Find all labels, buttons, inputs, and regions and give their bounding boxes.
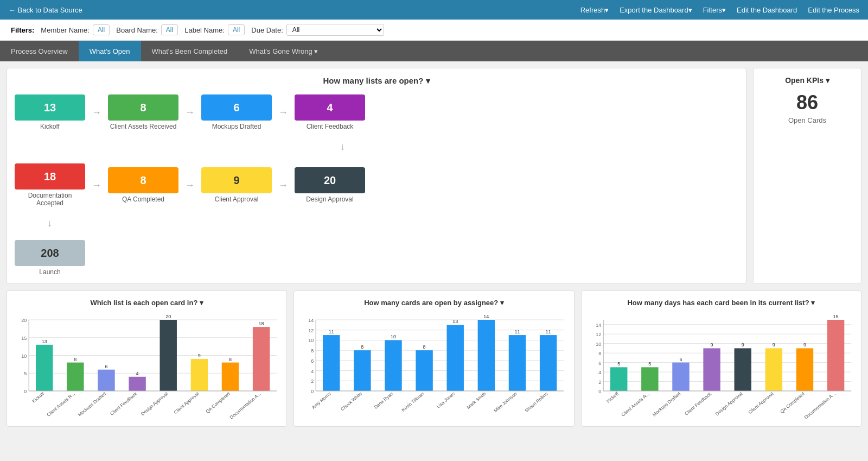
kpi-panel: Open KPIs ▾ 86 Open Cards xyxy=(753,68,861,284)
process-title: How many lists are open? ▾ xyxy=(15,76,738,86)
arrow-2: → xyxy=(185,99,195,125)
kpi-title: Open KPIs ▾ xyxy=(761,76,853,85)
chart-title-1: Which list is each open card in? ▾ xyxy=(12,299,281,307)
process-box-mockups[interactable]: 6 xyxy=(201,94,272,121)
edit-dashboard-button[interactable]: Edit the Dashboard xyxy=(737,6,797,14)
process-label-qa: QA Completed xyxy=(108,195,178,203)
svg-rect-100 xyxy=(672,363,689,391)
bar-chart-2: 0246810121411Amy Morris8Chuck White10Dan… xyxy=(299,312,568,421)
arrow-3: → xyxy=(278,99,288,125)
svg-text:5: 5 xyxy=(24,371,27,376)
filters-button[interactable]: Filters▾ xyxy=(703,6,726,14)
due-date-filter: Due Date: All xyxy=(251,24,384,36)
bar-chart-1: 0510152013Kickoff8Client Assets R...6Moc… xyxy=(12,312,281,421)
svg-text:Design Approval: Design Approval xyxy=(140,391,169,417)
svg-text:15: 15 xyxy=(833,314,838,319)
process-label-doc-accepted: Documentation Accepted xyxy=(15,192,85,207)
process-label-design-approval: Design Approval xyxy=(295,195,365,203)
due-date-select[interactable]: All xyxy=(286,24,384,36)
svg-rect-109 xyxy=(765,348,782,391)
svg-text:Documentation A...: Documentation A... xyxy=(228,391,261,420)
svg-text:20: 20 xyxy=(165,314,171,319)
chart-panel-2: How many cards are open by assignee? ▾ 0… xyxy=(293,291,574,427)
svg-text:0: 0 xyxy=(24,389,27,394)
down-arrow-2: ↓ xyxy=(47,218,738,229)
process-box-doc-accepted[interactable]: 18 xyxy=(15,163,85,190)
process-panel: How many lists are open? ▾ 13 Kickoff → … xyxy=(7,68,746,284)
process-box-qa[interactable]: 8 xyxy=(108,167,178,193)
label-name-label: Label Name: xyxy=(184,26,225,34)
process-label-client-assets: Client Assets Received xyxy=(108,123,178,130)
svg-rect-73 xyxy=(540,335,557,391)
svg-text:Client Approval: Client Approval xyxy=(747,391,774,415)
member-name-value[interactable]: All xyxy=(93,24,110,35)
down-arrow-1: ↓ xyxy=(340,141,738,153)
kpi-number: 86 xyxy=(761,91,853,114)
svg-text:12: 12 xyxy=(308,328,314,333)
process-box-client-assets[interactable]: 8 xyxy=(108,94,178,121)
process-box-kickoff[interactable]: 13 xyxy=(15,94,85,121)
process-node-mockups: 6 Mockups Drafted xyxy=(201,94,272,130)
arrow-6: → xyxy=(278,172,288,198)
refresh-button[interactable]: Refresh▾ xyxy=(580,6,609,14)
edit-process-button[interactable]: Edit the Process xyxy=(808,6,859,14)
filter-bar: Filters: Member Name: All Board Name: Al… xyxy=(0,20,868,41)
svg-rect-52 xyxy=(323,335,340,391)
process-label-client-approval: Client Approval xyxy=(201,195,272,203)
svg-rect-61 xyxy=(416,350,433,391)
svg-text:14: 14 xyxy=(596,323,601,328)
tab-whats-open[interactable]: What's Open xyxy=(79,41,141,61)
svg-rect-58 xyxy=(385,340,402,391)
process-label-kickoff: Kickoff xyxy=(15,123,85,130)
svg-text:Shaun Rollins: Shaun Rollins xyxy=(524,391,550,413)
svg-text:9: 9 xyxy=(710,342,713,348)
svg-rect-22 xyxy=(160,320,177,391)
tab-whats-been-completed[interactable]: What's Been Completed xyxy=(141,41,239,61)
tab-process-overview[interactable]: Process Overview xyxy=(0,41,79,61)
svg-text:5: 5 xyxy=(648,361,651,367)
process-box-client-feedback[interactable]: 4 xyxy=(295,94,365,121)
top-nav: ← Back to Data Source Refresh▾ Export th… xyxy=(0,0,868,20)
process-label-client-feedback: Client Feedback xyxy=(295,123,365,130)
export-dashboard-button[interactable]: Export the Dashboard▾ xyxy=(620,6,692,14)
tab-whats-gone-wrong[interactable]: What's Gone Wrong ▾ xyxy=(238,41,329,61)
chart-panel-1: Which list is each open card in? ▾ 05101… xyxy=(7,291,287,427)
process-row-3: 208 Launch xyxy=(15,240,738,276)
process-node-client-approval: 9 Client Approval xyxy=(201,167,272,203)
process-node-launch: 208 Launch xyxy=(15,240,85,276)
svg-text:13: 13 xyxy=(42,339,47,344)
back-label: ← Back to Data Source xyxy=(9,6,82,14)
back-button[interactable]: ← Back to Data Source xyxy=(9,6,82,14)
svg-text:Documentation A...: Documentation A... xyxy=(803,391,836,420)
process-box-design-approval[interactable]: 20 xyxy=(295,167,365,193)
svg-text:6: 6 xyxy=(311,358,314,364)
svg-text:8: 8 xyxy=(361,344,364,350)
board-name-filter: Board Name: All xyxy=(116,24,178,35)
svg-text:4: 4 xyxy=(136,371,139,376)
process-box-launch[interactable]: 208 xyxy=(15,240,85,266)
process-node-design-approval: 20 Design Approval xyxy=(295,167,365,203)
svg-text:9: 9 xyxy=(741,342,744,348)
svg-text:6: 6 xyxy=(679,357,682,362)
svg-text:14: 14 xyxy=(484,314,489,319)
svg-text:4: 4 xyxy=(598,370,601,375)
label-name-value[interactable]: All xyxy=(228,24,245,35)
svg-text:11: 11 xyxy=(515,329,520,334)
svg-rect-94 xyxy=(610,367,627,391)
svg-text:Kevin Tillman: Kevin Tillman xyxy=(401,391,425,413)
svg-rect-31 xyxy=(253,327,270,391)
chart-title-2: How many cards are open by assignee? ▾ xyxy=(299,299,568,307)
svg-text:Kickoff: Kickoff xyxy=(605,390,620,403)
process-box-client-approval[interactable]: 9 xyxy=(201,167,272,193)
svg-rect-103 xyxy=(703,348,720,391)
bar-chart-2-svg: 0246810121411Amy Morris8Chuck White10Dan… xyxy=(299,312,568,421)
svg-text:11: 11 xyxy=(329,329,334,334)
svg-rect-115 xyxy=(827,320,844,391)
svg-text:Design Approval: Design Approval xyxy=(714,391,743,417)
svg-rect-112 xyxy=(796,348,813,391)
tab-bar: Process Overview What's Open What's Been… xyxy=(0,41,868,61)
svg-rect-64 xyxy=(447,325,464,391)
svg-text:Client Feedback: Client Feedback xyxy=(684,390,713,416)
board-name-value[interactable]: All xyxy=(161,24,178,35)
kpi-sublabel: Open Cards xyxy=(761,116,853,124)
